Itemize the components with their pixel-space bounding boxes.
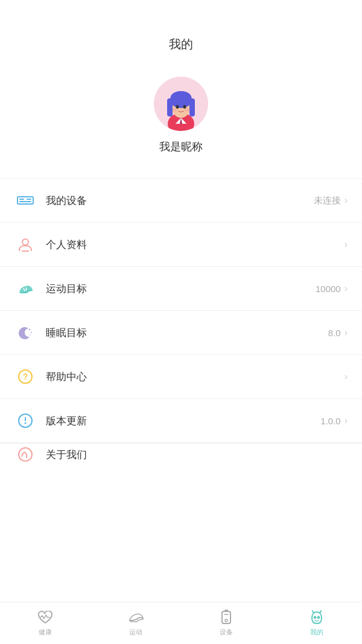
menu-list: 我的设备 未连接 › 个人资料 › 运动目标 1000	[0, 172, 362, 602]
svg-point-9	[171, 91, 191, 103]
exercise-arrow: ›	[345, 283, 348, 294]
sleep-arrow: ›	[345, 327, 348, 338]
profile-section: 我是昵称	[0, 65, 362, 172]
menu-item-sleep-goal[interactable]: 睡眠目标 8.0 ›	[0, 311, 362, 355]
device-arrow: ›	[345, 195, 348, 206]
mine-nav-icon	[309, 610, 325, 625]
version-icon	[14, 410, 36, 432]
bottom-nav: 健康 运动 设备	[0, 602, 362, 644]
svg-rect-17	[27, 199, 31, 200]
exercise-nav-label: 运动	[129, 628, 142, 637]
nav-item-device[interactable]: 设备	[181, 602, 272, 644]
device-label: 我的设备	[46, 194, 314, 208]
nav-item-mine[interactable]: 我的	[272, 602, 362, 644]
menu-item-version[interactable]: 版本更新 1.0.0 ›	[0, 399, 362, 443]
avatar[interactable]	[154, 77, 208, 131]
version-arrow: ›	[345, 415, 348, 426]
svg-point-32	[225, 619, 227, 622]
svg-text:?: ?	[23, 372, 28, 381]
profile-arrow: ›	[345, 239, 348, 250]
svg-rect-16	[19, 201, 31, 202]
svg-point-35	[314, 616, 316, 619]
device-nav-icon	[218, 610, 234, 625]
menu-item-exercise-goal[interactable]: 运动目标 10000 ›	[0, 267, 362, 311]
svg-point-11	[183, 105, 186, 109]
svg-rect-14	[17, 197, 33, 204]
menu-item-device[interactable]: 我的设备 未连接 ›	[0, 178, 362, 223]
svg-point-10	[176, 105, 179, 109]
sleep-icon	[14, 322, 36, 343]
mine-nav-label: 我的	[310, 628, 323, 637]
nav-item-exercise[interactable]: 运动	[91, 602, 181, 644]
profile-icon	[14, 234, 36, 255]
svg-point-13	[185, 109, 189, 112]
profile-label: 个人资料	[46, 238, 345, 252]
svg-point-24	[30, 334, 30, 335]
user-nickname: 我是昵称	[159, 139, 203, 154]
version-label: 版本更新	[46, 414, 320, 428]
svg-point-18	[22, 239, 28, 245]
device-nav-label: 设备	[220, 628, 233, 637]
svg-point-22	[29, 329, 30, 330]
nav-item-health[interactable]: 健康	[0, 602, 91, 644]
exercise-label: 运动目标	[46, 282, 316, 296]
version-value: 1.0.0	[320, 416, 340, 426]
about-icon	[14, 444, 36, 465]
device-value: 未连接	[314, 195, 341, 206]
svg-point-30	[19, 448, 32, 461]
help-label: 帮助中心	[46, 370, 345, 384]
device-icon	[14, 190, 36, 211]
svg-point-36	[317, 616, 320, 619]
svg-rect-7	[167, 98, 173, 116]
sleep-label: 睡眠目标	[46, 326, 328, 340]
health-nav-label: 健康	[39, 628, 52, 637]
exercise-value: 10000	[316, 284, 341, 294]
svg-point-29	[25, 422, 27, 424]
menu-item-profile[interactable]: 个人资料 ›	[0, 223, 362, 267]
exercise-icon	[14, 278, 36, 299]
help-arrow: ›	[345, 371, 348, 382]
menu-item-about[interactable]: 关于我们	[0, 443, 362, 465]
health-nav-icon	[37, 610, 53, 625]
svg-rect-8	[189, 98, 195, 116]
menu-item-help[interactable]: ? 帮助中心 ›	[0, 355, 362, 399]
svg-rect-15	[19, 199, 24, 200]
page-title: 我的	[0, 0, 362, 65]
help-icon: ?	[14, 366, 36, 387]
about-label: 关于我们	[46, 448, 348, 462]
svg-point-23	[31, 332, 32, 333]
sleep-value: 8.0	[328, 328, 341, 338]
svg-point-12	[173, 109, 177, 112]
exercise-nav-icon	[128, 610, 144, 625]
svg-line-21	[26, 288, 27, 290]
